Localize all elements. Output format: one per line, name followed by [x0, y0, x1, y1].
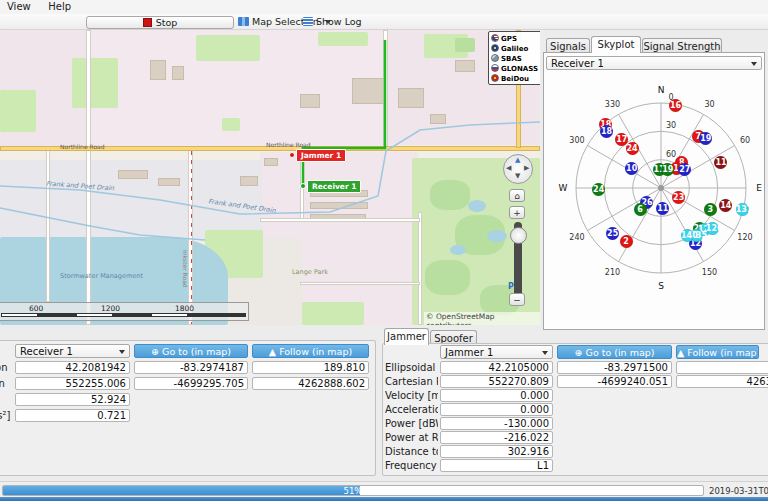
azimuth-label: 150	[702, 268, 717, 277]
row-label-power-at-rx-dbw-: Power at Rx [dBW]	[385, 432, 438, 444]
stop-button[interactable]: Stop	[86, 16, 234, 29]
row-label-power-dbw-: Power [dBW]	[385, 418, 438, 430]
value-field[interactable]: -4699240.051	[557, 375, 672, 388]
legend-item-galileo: Galileo	[491, 43, 540, 53]
satellite-glonass-14[interactable]: 14	[719, 199, 732, 212]
map-shape	[455, 60, 475, 72]
map-shape	[310, 202, 368, 209]
value-field[interactable]: 189.810	[252, 361, 369, 374]
pan-up-icon[interactable]: ▲	[515, 157, 520, 164]
jammer-marker-dot[interactable]	[289, 152, 295, 158]
row-label-acceleration-m-s-: Acceleration [m/s²]	[0, 410, 13, 422]
satellite-galileo-25[interactable]: 25	[606, 227, 619, 240]
chevron-down-icon	[542, 351, 548, 355]
receiver-select[interactable]: Receiver 1	[15, 344, 130, 358]
map-shape	[430, 180, 470, 210]
satellite-gps-16[interactable]: 16	[669, 99, 682, 112]
map-home-button[interactable]: ⌂	[509, 189, 525, 202]
map-shape	[151, 313, 188, 317]
receiver-goto-button[interactable]: ⊕ Go to (in map)	[134, 344, 248, 358]
value-field[interactable]: 552255.006	[15, 377, 130, 390]
chevron-down-icon	[119, 350, 125, 354]
value-field[interactable]: 552270.809	[440, 375, 553, 388]
receiver-marker-dot[interactable]	[300, 183, 306, 189]
compass-label-e: E	[756, 183, 762, 193]
map-shape	[487, 230, 507, 242]
value-field[interactable]	[676, 361, 768, 374]
row-label-distance-to-rx-m-: Distance to Rx [m]	[385, 446, 438, 458]
tab-jammer[interactable]: Jammer	[384, 328, 429, 345]
park-label: Lange Park	[292, 268, 328, 276]
map-pan-control[interactable]: ▲ ◀ ▶ ▼	[503, 154, 533, 184]
satellite-beidou-3[interactable]: 3	[704, 203, 717, 216]
value-field[interactable]: -216.022	[440, 431, 553, 444]
value-field[interactable]: -4699295.705	[134, 377, 248, 390]
galileo-flag-icon	[491, 44, 499, 52]
value-field[interactable]: 0.000	[440, 403, 553, 416]
map-zoom-in-button[interactable]: +	[509, 206, 525, 219]
satellite-gps-24[interactable]: 24	[626, 142, 639, 155]
map-shape	[172, 66, 184, 80]
pan-left-icon[interactable]: ◀	[506, 165, 511, 172]
map-shape	[383, 30, 388, 148]
satellite-gps-2[interactable]: 2	[620, 235, 633, 248]
scale-label: 600	[29, 304, 43, 313]
azimuth-label: 120	[737, 232, 752, 241]
map-shape	[455, 38, 475, 52]
receiver-marker-label[interactable]: Receiver 1	[307, 180, 361, 193]
jammer-select[interactable]: Jammer 1	[440, 345, 553, 359]
row-label-ellipsoidal-position: Ellipsoidal Position	[0, 362, 13, 374]
simulation-progress-bar: 51%	[2, 485, 704, 496]
skyplot-receiver-select[interactable]: Receiver 1	[546, 56, 762, 70]
value-field[interactable]: 0.000	[440, 389, 553, 402]
value-field[interactable]: -83.2974187	[134, 361, 248, 374]
value-field[interactable]: 4262888.602	[252, 377, 369, 390]
receiver-follow-button[interactable]: ▲ Follow (in map)	[252, 344, 369, 358]
value-field[interactable]: 42.2105000	[440, 361, 553, 374]
value-field[interactable]: 52.924	[15, 393, 130, 406]
satellite-beidou-19[interactable]: 19	[661, 163, 674, 176]
sbas-flag-icon	[491, 54, 499, 62]
legend-item-gps: GPS	[491, 33, 540, 43]
pan-right-icon[interactable]: ▶	[524, 165, 529, 172]
map-shape	[113, 313, 151, 317]
satellite-gps-23[interactable]: 23	[672, 191, 685, 204]
satellite-galileo-27[interactable]: 27	[678, 163, 691, 176]
legend-item-sbas: SBAS	[491, 53, 540, 63]
value-field[interactable]: -83.2971500	[557, 361, 672, 374]
legend-item-beidou: BeiDou	[491, 73, 540, 83]
value-field[interactable]: L1	[440, 459, 553, 472]
value-field[interactable]: 0.721	[15, 409, 130, 422]
menu-help[interactable]: Help	[41, 0, 78, 12]
satellite-sbas-126[interactable]: 126	[706, 222, 719, 235]
value-field[interactable]: 42.2081942	[15, 361, 130, 374]
map-shape	[222, 118, 240, 131]
map-icon	[238, 17, 249, 26]
satellite-galileo-19[interactable]: 19	[699, 132, 712, 145]
log-icon	[303, 17, 313, 26]
value-field[interactable]: 4263	[676, 375, 768, 388]
row-label-velocity-m-s-: Velocity [m/s]	[0, 394, 13, 406]
satellite-beidou-6[interactable]: 6	[634, 203, 647, 216]
azimuth-label: 240	[569, 232, 584, 241]
satellite-beidou-24[interactable]: 24	[592, 183, 605, 196]
bottom-accent-strip	[0, 497, 768, 501]
tab-signal-strength[interactable]: Signal Strength	[642, 38, 722, 53]
toolbar: Stop Map Selection Show Log	[0, 14, 768, 30]
pan-down-icon[interactable]: ▼	[515, 173, 520, 180]
satellite-sbas-137[interactable]: 137	[736, 203, 749, 216]
menu-view[interactable]: View	[0, 0, 38, 12]
tab-signals[interactable]: Signals	[546, 38, 590, 53]
tab-skyplot[interactable]: Skyplot	[591, 36, 641, 53]
map-shape	[1, 313, 38, 317]
compass-label-w: W	[559, 183, 568, 193]
show-log-button[interactable]: Show Log	[303, 15, 362, 28]
value-field[interactable]: -130.000	[440, 417, 553, 430]
map-canvas[interactable]: Northline Road Northline Road Frank and …	[0, 30, 540, 325]
value-field[interactable]: 302.916	[440, 445, 553, 458]
map-zoom-out-button[interactable]: −	[509, 293, 525, 306]
jammer-marker-label[interactable]: Jammer 1	[296, 149, 346, 162]
jammer-goto-button[interactable]: ⊕ Go to (in map)	[557, 345, 672, 359]
map-zoom-slider-handle[interactable]	[510, 227, 527, 244]
jammer-follow-button[interactable]: ▲ Follow (in map)	[676, 345, 759, 359]
